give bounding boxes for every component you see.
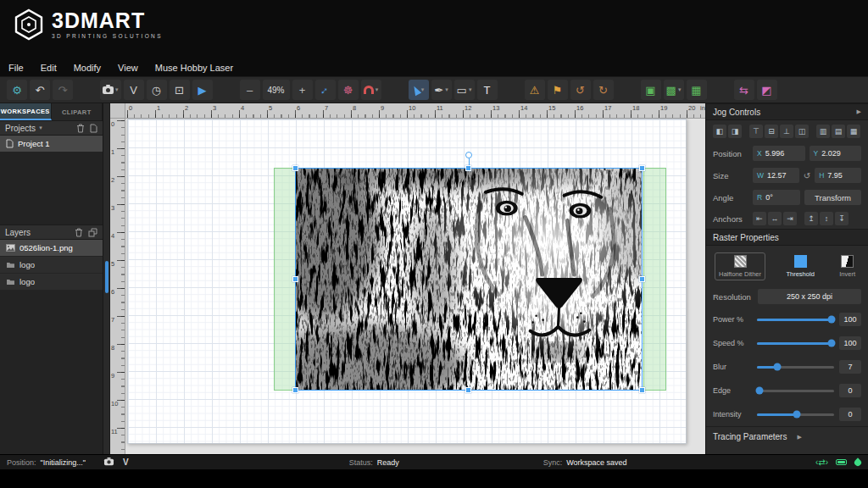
- tab-workspaces[interactable]: WORKSPACES: [0, 103, 52, 120]
- select-tool-button[interactable]: ▾: [409, 80, 429, 100]
- resize-handle-top-left[interactable]: [292, 165, 298, 171]
- resize-handle-top[interactable]: [465, 165, 471, 171]
- anchor-left-button[interactable]: ⇤: [753, 212, 766, 225]
- menu-modify[interactable]: Modify: [74, 63, 101, 73]
- warning-button[interactable]: ⚠: [525, 80, 545, 100]
- anchor-right-button[interactable]: ⇥: [783, 212, 797, 225]
- pen-tool-button[interactable]: ✒▾: [431, 80, 452, 100]
- vector-status-icon[interactable]: V: [123, 458, 129, 467]
- angle-field[interactable]: R 0°: [753, 190, 800, 205]
- jog-align-left-button[interactable]: ◧: [713, 125, 726, 138]
- slider-knob[interactable]: [828, 316, 836, 324]
- menu-file[interactable]: File: [8, 63, 24, 73]
- resize-handle-right[interactable]: [639, 276, 645, 282]
- anchor-top-button[interactable]: ↥: [804, 212, 818, 225]
- layers-stack-icon[interactable]: [88, 228, 97, 237]
- artboard[interactable]: [127, 119, 687, 444]
- slider-value[interactable]: 100: [839, 313, 861, 326]
- slider-knob[interactable]: [828, 340, 836, 347]
- resize-handle-bottom-right[interactable]: [639, 387, 645, 393]
- grid-snap-button[interactable]: ▦: [687, 80, 707, 100]
- jog-align-h-center-button[interactable]: ◫: [795, 125, 809, 138]
- slider-track[interactable]: [757, 390, 834, 392]
- mode-threshold[interactable]: Threshold: [782, 252, 818, 280]
- flag-button[interactable]: ⚑: [548, 80, 568, 100]
- menu-view[interactable]: View: [118, 63, 138, 73]
- project-item[interactable]: Project 1: [0, 136, 103, 152]
- align-objects-button[interactable]: ▣: [641, 80, 661, 100]
- slider-knob[interactable]: [755, 387, 763, 395]
- raster-properties-header[interactable]: Raster Properties: [706, 229, 868, 246]
- menu-edit[interactable]: Edit: [41, 63, 57, 73]
- slider-knob[interactable]: [793, 411, 801, 419]
- size-w-field[interactable]: W 12.57: [753, 168, 799, 183]
- copy-workspace-button[interactable]: ◩: [757, 80, 777, 100]
- aspect-link-icon[interactable]: ↺: [804, 171, 810, 180]
- layer-item-folder[interactable]: logo: [0, 257, 103, 274]
- jog-align-v-center-button[interactable]: ⊟: [765, 125, 778, 138]
- rotate-cw-button[interactable]: ↻: [593, 80, 614, 100]
- vector-tool-button[interactable]: V: [124, 80, 144, 100]
- anchor-center-h-button[interactable]: ↔: [768, 212, 782, 225]
- shape-tool-button[interactable]: ▭▾: [454, 80, 475, 100]
- new-page-icon[interactable]: [90, 124, 97, 133]
- frame-trace-button[interactable]: ⊡: [170, 80, 190, 100]
- slider-value[interactable]: 0: [839, 408, 861, 421]
- rotation-handle[interactable]: [465, 152, 472, 158]
- jog-align-bottom-button[interactable]: ⊥: [780, 125, 793, 138]
- layers-header[interactable]: Layers: [0, 225, 103, 240]
- position-y-field[interactable]: Y 2.029: [810, 146, 862, 161]
- canvas-viewport[interactable]: [125, 119, 705, 454]
- lion-raster-image[interactable]: [296, 169, 642, 390]
- jog-distribute-grid-button[interactable]: ▦: [847, 125, 860, 138]
- redo-button[interactable]: ↷: [53, 80, 73, 100]
- selection-box[interactable]: [295, 168, 643, 391]
- resize-handle-bottom-left[interactable]: [292, 387, 298, 393]
- settings-button[interactable]: ⚙: [7, 80, 27, 100]
- text-tool-button[interactable]: T: [477, 80, 498, 100]
- menu-muse-hobby-laser[interactable]: Muse Hobby Laser: [155, 63, 233, 73]
- time-estimate-button[interactable]: ◷: [147, 80, 167, 100]
- layer-item-image[interactable]: 0526lion-1.png: [0, 240, 103, 257]
- transform-button[interactable]: Transform: [804, 190, 861, 205]
- jog-distribute-h-button[interactable]: ▥: [816, 125, 830, 138]
- slider-track[interactable]: [757, 413, 834, 416]
- projects-header[interactable]: Projects ▾: [0, 120, 103, 136]
- slider-track[interactable]: [757, 366, 834, 369]
- run-job-button[interactable]: ▶: [192, 80, 213, 100]
- trash-icon[interactable]: [76, 124, 85, 133]
- tracing-parameters-header[interactable]: Tracing Parameters ▶: [706, 426, 868, 446]
- jog-distribute-v-button[interactable]: ▤: [832, 125, 845, 138]
- slider-value[interactable]: 7: [839, 360, 861, 374]
- position-x-field[interactable]: X 5.996: [753, 146, 805, 161]
- trash-icon[interactable]: [75, 228, 83, 237]
- slider-track[interactable]: [757, 319, 834, 321]
- jog-align-right-button[interactable]: ◨: [728, 125, 742, 138]
- anchor-bottom-button[interactable]: ↧: [835, 212, 849, 225]
- slider-value[interactable]: 0: [839, 384, 861, 397]
- camera-status-icon[interactable]: [104, 459, 114, 466]
- tab-clipart[interactable]: CLIPART: [52, 103, 103, 120]
- jog-align-top-button[interactable]: ⊤: [749, 125, 763, 138]
- anchor-center-v-button[interactable]: ↕: [820, 212, 833, 225]
- rotate-ccw-button[interactable]: ↺: [570, 80, 591, 100]
- camera-capture-button[interactable]: ▾: [100, 80, 121, 100]
- group-objects-button[interactable]: ▩▾: [664, 80, 684, 100]
- slider-value[interactable]: 100: [839, 336, 861, 350]
- scrollbar-thumb[interactable]: [105, 261, 108, 293]
- size-h-field[interactable]: H 7.95: [815, 168, 861, 183]
- zoom-out-button[interactable]: –: [240, 80, 260, 100]
- magnet-snap-button[interactable]: ▾: [361, 80, 381, 100]
- swap-workspace-button[interactable]: ⇆: [734, 80, 754, 100]
- slider-track[interactable]: [757, 342, 834, 345]
- fit-view-button[interactable]: ↕: [315, 80, 336, 100]
- sidebar-scrollbar[interactable]: [103, 103, 110, 454]
- zoom-level-button[interactable]: 49%: [263, 80, 290, 100]
- resolution-dropdown[interactable]: 250 x 250 dpi: [758, 289, 861, 304]
- layer-item-folder[interactable]: logo: [0, 274, 103, 291]
- color-wheel-button[interactable]: ☸: [338, 80, 359, 100]
- mode-invert[interactable]: Invert: [835, 252, 860, 280]
- resize-handle-top-right[interactable]: [639, 165, 645, 171]
- mode-halftone-dither[interactable]: Halftone Dither: [715, 252, 765, 280]
- undo-button[interactable]: ↶: [30, 80, 50, 100]
